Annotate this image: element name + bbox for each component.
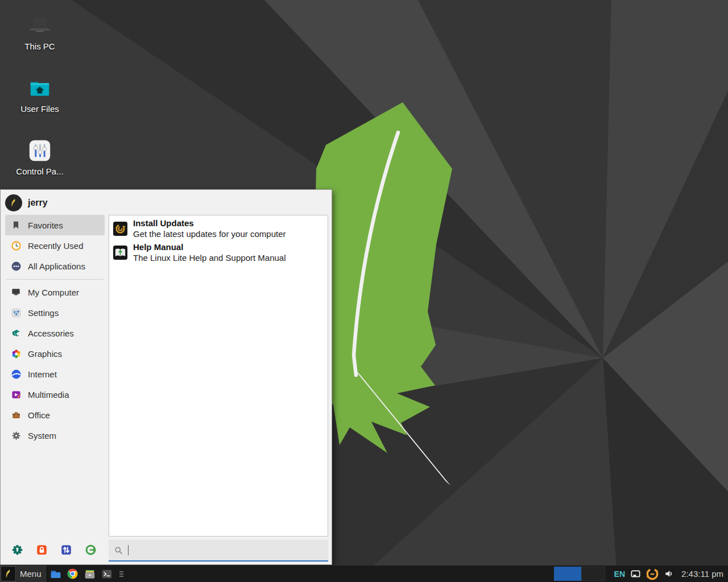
sidebar-item-label: Recently Used — [28, 241, 84, 251]
sidebar-item-all-applications[interactable]: All Applications — [5, 256, 105, 276]
workspace-active[interactable] — [554, 567, 581, 581]
sidebar-item-label: Favorites — [28, 221, 63, 230]
all-applications-icon — [10, 260, 22, 272]
settings-manager-button[interactable] — [11, 543, 23, 556]
text-caret — [128, 545, 129, 555]
sidebar-separator — [6, 279, 104, 280]
sidebar-item-internet[interactable]: Internet — [5, 364, 105, 384]
sidebar-item-accessories[interactable]: Accessories — [5, 323, 105, 343]
sidebar-item-label: Multimedia — [28, 390, 69, 400]
system-tray: EN 2:43:11 pm — [614, 568, 723, 580]
desktop-icon-this-pc[interactable]: This PC — [13, 13, 67, 51]
install-updates-icon — [113, 221, 128, 236]
help-manual-icon — [113, 245, 128, 260]
sidebar-item-label: My Computer — [28, 288, 79, 297]
office-icon — [10, 409, 22, 421]
sidebar-item-label: Settings — [28, 308, 59, 318]
menu-results-panel: Install Updates Get the latest updates f… — [109, 215, 328, 537]
app-description: The Linux Lite Help and Support Manual — [133, 252, 286, 263]
desktop-icon-label: Control Pa... — [13, 167, 67, 176]
switch-user-icon — [60, 544, 72, 556]
sidebar-item-favorites[interactable]: Favorites — [5, 215, 105, 235]
lock-screen-icon — [36, 544, 48, 556]
sidebar-item-label: Accessories — [28, 329, 74, 338]
archive-launcher[interactable] — [82, 566, 97, 582]
recently-used-icon — [10, 240, 22, 251]
multimedia-icon — [10, 389, 22, 400]
sidebar-item-my-computer[interactable]: My Computer — [5, 282, 105, 302]
quit-button[interactable] — [85, 543, 97, 556]
display-icon[interactable] — [630, 568, 641, 579]
desktop-icon-user-files[interactable]: User Files — [13, 75, 67, 114]
settings-manager-icon — [11, 544, 23, 556]
app-title: Help Manual — [133, 242, 286, 252]
file-manager-launcher[interactable] — [48, 566, 63, 582]
settings-icon — [10, 307, 22, 318]
chrome-icon — [67, 568, 78, 580]
menu-button[interactable]: Menu — [0, 566, 47, 582]
language-indicator[interactable]: EN — [614, 569, 625, 579]
workspace-pager — [554, 567, 605, 581]
switch-user-button[interactable] — [60, 543, 73, 556]
sidebar-item-settings[interactable]: Settings — [5, 302, 105, 323]
whisker-menu: jerry Favorites Recently Used — [0, 189, 332, 565]
search-input[interactable] — [134, 545, 322, 556]
app-title: Install Updates — [133, 218, 286, 228]
menu-feather-box — [1, 566, 16, 581]
sidebar-item-label: System — [28, 431, 56, 440]
control-panel-icon — [27, 138, 53, 164]
grip-icon[interactable] — [118, 571, 125, 577]
sidebar-item-label: All Applications — [28, 261, 85, 271]
username: jerry — [28, 198, 48, 208]
lock-screen-button[interactable] — [35, 543, 48, 556]
search-bar[interactable] — [109, 540, 328, 562]
terminal-icon — [101, 568, 113, 580]
desktop-icon-label: This PC — [13, 41, 67, 51]
app-item-install-updates[interactable]: Install Updates Get the latest updates f… — [113, 218, 324, 239]
volume-icon[interactable] — [664, 568, 675, 579]
menu-header: jerry — [5, 194, 48, 212]
this-pc-icon — [27, 13, 53, 39]
user-avatar[interactable] — [5, 194, 22, 211]
quit-icon — [85, 544, 97, 556]
sidebar-item-multimedia[interactable]: Multimedia — [5, 384, 105, 405]
system-icon — [10, 430, 22, 441]
sidebar-item-recently-used[interactable]: Recently Used — [5, 235, 105, 256]
terminal-launcher[interactable] — [100, 566, 114, 582]
search-icon — [114, 546, 123, 555]
favorites-icon — [10, 219, 22, 231]
archive-icon — [84, 568, 96, 580]
desktop-icon-control-panel[interactable]: Control Pa... — [13, 138, 67, 176]
update-notifier-icon[interactable] — [646, 568, 659, 580]
workspace-inactive[interactable] — [581, 567, 605, 581]
sidebar-item-system[interactable]: System — [5, 425, 105, 446]
app-description: Get the latest updates for your computer — [133, 228, 286, 239]
internet-icon — [10, 368, 22, 380]
graphics-icon — [10, 348, 22, 359]
clock[interactable]: 2:43:11 pm — [681, 569, 723, 579]
sidebar-item-label: Internet — [28, 369, 57, 379]
feather-icon — [9, 198, 19, 208]
sidebar-item-office[interactable]: Office — [5, 405, 105, 425]
desktop-icon-label: User Files — [13, 104, 67, 114]
my-computer-icon — [10, 286, 22, 298]
app-item-help-manual[interactable]: Help Manual The Linux Lite Help and Supp… — [113, 242, 324, 263]
feather-icon — [3, 568, 14, 579]
file-manager-icon — [49, 568, 62, 580]
chrome-launcher[interactable] — [65, 566, 80, 582]
sidebar-item-label: Graphics — [28, 349, 62, 359]
accessories-icon — [10, 327, 22, 339]
menu-action-bar — [6, 543, 102, 556]
user-files-icon — [27, 75, 53, 101]
desktop: This PC User Files Control Pa... — [0, 0, 728, 582]
menu-sidebar: Favorites Recently Used — [5, 215, 105, 446]
menu-button-label: Menu — [20, 569, 42, 579]
taskbar: Menu — [0, 566, 728, 582]
sidebar-item-label: Office — [28, 410, 50, 420]
sidebar-item-graphics[interactable]: Graphics — [5, 343, 105, 364]
